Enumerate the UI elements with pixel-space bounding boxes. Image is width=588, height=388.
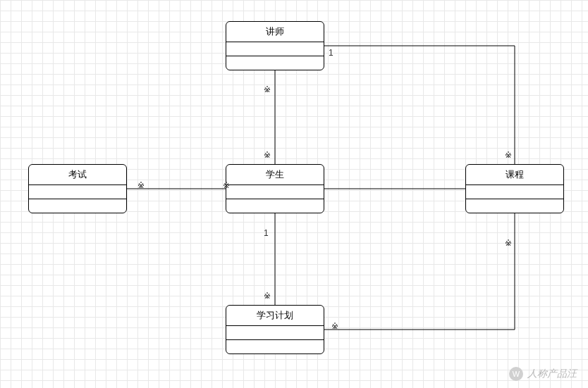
class-student[interactable]: 学生	[226, 164, 324, 213]
mult-instructor-student-bottom: ※	[264, 150, 271, 160]
class-student-attrs	[226, 185, 324, 199]
class-exam-ops	[29, 199, 126, 213]
class-studyplan-title: 学习计划	[226, 306, 324, 326]
class-studyplan-ops	[226, 340, 324, 353]
mult-course-plan-top: ※	[505, 238, 512, 248]
mult-instructor-course: 1	[329, 48, 333, 58]
class-course[interactable]: 课程	[465, 164, 564, 213]
class-student-title: 学生	[226, 165, 324, 185]
class-exam-attrs	[29, 185, 126, 199]
class-instructor[interactable]: 讲师	[226, 21, 324, 70]
class-studyplan[interactable]: 学习计划	[226, 305, 324, 354]
mult-course-instructor: ※	[505, 150, 512, 160]
class-instructor-ops	[226, 56, 324, 70]
watermark: W 人称产品汪	[509, 367, 577, 381]
class-instructor-title: 讲师	[226, 22, 324, 42]
watermark-icon: W	[509, 367, 523, 381]
class-course-title: 课程	[466, 165, 563, 185]
class-instructor-attrs	[226, 42, 324, 56]
mult-student-plan-bottom: ※	[264, 291, 271, 301]
mult-exam-student-right: ※	[223, 180, 230, 190]
class-exam[interactable]: 考试	[28, 164, 127, 213]
mult-student-plan-top: 1	[264, 228, 269, 238]
class-studyplan-attrs	[226, 326, 324, 340]
mult-instructor-student-top: ※	[264, 85, 271, 94]
class-course-ops	[466, 199, 563, 213]
class-student-ops	[226, 199, 324, 213]
class-exam-title: 考试	[29, 165, 126, 185]
mult-course-plan-bottom: ※	[331, 321, 338, 331]
class-course-attrs	[466, 185, 563, 199]
watermark-text: 人称产品汪	[527, 368, 577, 380]
mult-exam-student-left: ※	[137, 180, 145, 190]
